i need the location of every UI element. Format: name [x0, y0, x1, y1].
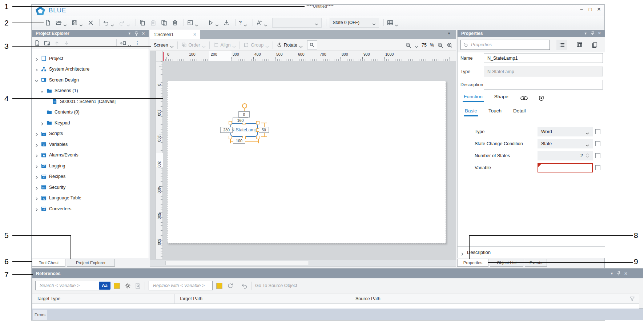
tree-item-keypad[interactable]: Keypad: [32, 118, 149, 128]
close-button[interactable]: ✕: [595, 6, 603, 12]
chevron-down-icon[interactable]: [40, 89, 43, 92]
chevron-right-icon[interactable]: [35, 132, 38, 135]
replace-undo-icon[interactable]: [241, 282, 247, 289]
delete-button[interactable]: [172, 20, 178, 26]
handle-sw[interactable]: [229, 136, 232, 139]
chevron-right-icon[interactable]: [35, 154, 38, 156]
tab-shape[interactable]: Shape: [494, 94, 508, 102]
references-search-input[interactable]: [39, 283, 99, 289]
dock-button[interactable]: [120, 40, 131, 46]
tab-screen1[interactable]: 1:Screen1 ✕: [150, 30, 200, 39]
name-input[interactable]: [484, 53, 603, 63]
spinner-arrows[interactable]: [586, 154, 589, 158]
maximize-button[interactable]: ▢: [586, 6, 594, 12]
match-case-button[interactable]: Aa: [99, 282, 110, 290]
references-replace-input[interactable]: [152, 283, 212, 289]
column-header-target-type[interactable]: Target Type: [32, 294, 175, 303]
list-view-button[interactable]: [556, 40, 567, 50]
link-tab-icon[interactable]: [520, 95, 528, 101]
property-checkbox[interactable]: [595, 141, 600, 146]
settings-gear-icon[interactable]: [124, 282, 131, 289]
tree-item-screen-design[interactable]: Screen Design: [32, 75, 149, 86]
chevron-right-icon[interactable]: [35, 186, 38, 189]
tree-item-converters[interactable]: ⇄Converters: [32, 203, 149, 214]
chevron-right-icon[interactable]: [40, 122, 43, 124]
handle-se[interactable]: [256, 136, 259, 139]
style-tab-icon[interactable]: [538, 95, 544, 101]
references-replace-box[interactable]: [149, 281, 213, 290]
tree-item-system-architecture[interactable]: System Architecture: [32, 64, 149, 75]
column-header-target-path[interactable]: Target Path: [175, 294, 351, 303]
filter-icon[interactable]: [629, 296, 635, 302]
tab-touch[interactable]: Touch: [488, 108, 502, 116]
pin-icon[interactable]: [591, 31, 595, 36]
screen-button[interactable]: Screen: [154, 43, 174, 48]
handle-nw[interactable]: [229, 121, 232, 124]
pin-icon[interactable]: [134, 31, 138, 36]
n-statelamp-object[interactable]: N-StateLamp: [230, 123, 258, 137]
chevron-right-icon[interactable]: [35, 57, 38, 60]
rotate-button[interactable]: Rotate: [277, 42, 303, 48]
chevron-right-icon[interactable]: [35, 68, 38, 71]
tree-item-contents-0-[interactable]: Contents (0): [32, 107, 149, 118]
references-search-box[interactable]: Aa: [35, 281, 110, 290]
close-project-button[interactable]: [88, 20, 94, 26]
add-folder-button[interactable]: [44, 40, 50, 46]
description-input[interactable]: [484, 80, 603, 90]
panel-menu-icon[interactable]: ▼: [128, 32, 131, 35]
type-control[interactable]: Word: [538, 127, 593, 136]
tab-function[interactable]: Function: [464, 94, 483, 102]
handle-ne[interactable]: [256, 121, 259, 124]
close-panel-icon[interactable]: ✕: [598, 31, 601, 36]
duplicate-button[interactable]: [161, 20, 167, 26]
copy-properties-button[interactable]: [574, 40, 585, 50]
properties-search-box[interactable]: [460, 40, 550, 50]
screen-canvas-page[interactable]: [167, 81, 446, 243]
number-of-states-control[interactable]: 2: [538, 151, 593, 160]
replace-color-marker[interactable]: [216, 283, 222, 289]
state-combo[interactable]: State 0 (OFF): [330, 18, 379, 28]
tree-item-project[interactable]: Project: [32, 53, 149, 64]
minimize-button[interactable]: –: [577, 6, 585, 12]
pin-icon[interactable]: [617, 271, 621, 276]
zoom-in-icon[interactable]: [437, 42, 443, 48]
window-layout-button[interactable]: [187, 20, 198, 26]
close-panel-icon[interactable]: ✕: [624, 271, 628, 276]
description-section[interactable]: Description: [458, 246, 605, 258]
refresh-icon[interactable]: [227, 282, 233, 289]
property-checkbox[interactable]: [595, 129, 600, 134]
zoom-dropdown-icon[interactable]: [415, 44, 418, 46]
tab-basic[interactable]: Basic: [465, 108, 477, 116]
panel-menu-icon[interactable]: ▼: [584, 32, 587, 35]
tree-item-language-table[interactable]: ALanguage Table: [32, 193, 149, 204]
language-button[interactable]: [256, 20, 267, 26]
download-button[interactable]: [224, 20, 230, 26]
tab-tool-chest[interactable]: Tool Chest: [32, 259, 65, 267]
panel-menu-icon[interactable]: ▼: [610, 272, 613, 275]
property-checkbox[interactable]: [595, 153, 600, 158]
errors-tab[interactable]: Errors: [33, 310, 47, 320]
column-header-source-path[interactable]: Source Path: [351, 294, 639, 303]
tree-item-screens-1-[interactable]: Screens (1): [32, 86, 149, 96]
tree-item-alarms-events[interactable]: Alarms/Events: [32, 150, 149, 161]
tab-properties[interactable]: Properties: [457, 259, 488, 267]
chevron-right-icon[interactable]: [35, 175, 38, 178]
more-button[interactable]: ⋮: [135, 40, 140, 46]
tree-item-logging[interactable]: Logging: [32, 160, 149, 171]
add-screen-button[interactable]: [34, 40, 40, 46]
find-in-page-icon[interactable]: [134, 282, 141, 289]
help-button[interactable]: ?: [239, 20, 247, 26]
copy-button[interactable]: [139, 20, 145, 26]
search-color-marker[interactable]: [114, 283, 120, 289]
find-on-screen-button[interactable]: [307, 40, 317, 49]
zoom-value[interactable]: 75: [422, 43, 427, 48]
scrollbar-thumb[interactable]: [165, 261, 309, 265]
paste-properties-button[interactable]: [589, 40, 600, 50]
zoom-out-icon[interactable]: [405, 42, 411, 48]
tree-item-variables[interactable]: xVariables: [32, 139, 149, 150]
tree-item-security[interactable]: Security: [32, 182, 149, 193]
chevron-right-icon[interactable]: [35, 196, 38, 199]
chevron-right-icon[interactable]: [35, 207, 38, 210]
chevron-right-icon[interactable]: [35, 164, 38, 167]
new-document-button[interactable]: [45, 20, 51, 26]
